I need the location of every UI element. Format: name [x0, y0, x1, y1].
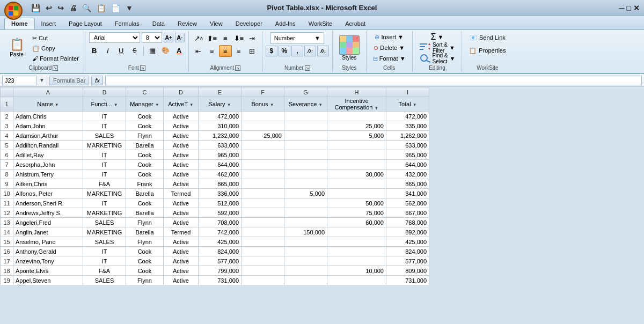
table-cell[interactable]: 335,000: [386, 121, 429, 131]
table-cell[interactable]: [284, 198, 327, 208]
table-cell[interactable]: 633,000: [199, 141, 241, 150]
table-cell[interactable]: Termed: [164, 189, 199, 198]
table-cell[interactable]: IT: [83, 170, 126, 179]
merge-button[interactable]: ⊞: [246, 45, 259, 57]
delete-button[interactable]: ⊖ Delete ▼: [370, 43, 408, 53]
table-cell[interactable]: [241, 237, 284, 247]
table-cell[interactable]: Active: [164, 160, 199, 170]
table-cell[interactable]: Alfonos, Peter: [13, 189, 83, 198]
alignment-expand[interactable]: ↘: [235, 65, 240, 71]
table-cell[interactable]: Cook: [126, 247, 164, 256]
table-cell[interactable]: Active: [164, 112, 199, 121]
col-header-f[interactable]: F: [241, 87, 284, 97]
table-cell[interactable]: 30,000: [327, 170, 386, 179]
table-cell[interactable]: 708,000: [199, 218, 241, 227]
table-cell[interactable]: Termed: [164, 227, 199, 237]
table-cell[interactable]: 425,000: [386, 237, 429, 247]
table-cell[interactable]: 742,000: [199, 227, 241, 237]
salary-filter-arrow[interactable]: ▼: [227, 102, 231, 107]
table-cell[interactable]: Active: [164, 237, 199, 247]
table-cell[interactable]: Aitken,Chris: [13, 179, 83, 189]
header-severance[interactable]: Severance ▼: [284, 97, 327, 112]
header-bonus[interactable]: Bonus ▼: [241, 97, 284, 112]
formula-input[interactable]: [105, 76, 642, 85]
indent-decrease-button[interactable]: ⇤: [192, 45, 205, 57]
copy-button[interactable]: 📋 Copy: [30, 44, 82, 53]
new-btn[interactable]: 📄: [109, 3, 122, 13]
col-header-a[interactable]: A: [13, 87, 83, 97]
table-cell[interactable]: [327, 227, 386, 237]
table-cell[interactable]: F&A: [83, 266, 126, 276]
office-button[interactable]: [4, 2, 23, 20]
table-cell[interactable]: 1,232,000: [199, 131, 241, 141]
table-cell[interactable]: IT: [83, 150, 126, 160]
table-cell[interactable]: 432,000: [386, 170, 429, 179]
table-cell[interactable]: F&A: [83, 179, 126, 189]
table-cell[interactable]: Active: [164, 121, 199, 131]
cell-ref-dropdown-arrow[interactable]: ▼: [39, 77, 45, 83]
table-cell[interactable]: 462,000: [199, 170, 241, 179]
table-cell[interactable]: 799,000: [199, 266, 241, 276]
col-header-c[interactable]: C: [126, 87, 164, 97]
table-cell[interactable]: Barella: [126, 227, 164, 237]
table-cell[interactable]: 336,000: [199, 189, 241, 198]
table-cell[interactable]: Cook: [126, 266, 164, 276]
table-cell[interactable]: Flynn: [126, 218, 164, 227]
col-header-i[interactable]: I: [386, 87, 429, 97]
table-cell[interactable]: Acsorpha,John: [13, 160, 83, 170]
table-cell[interactable]: [284, 218, 327, 227]
increase-decimal-button[interactable]: .0↑: [304, 46, 316, 56]
properties-button[interactable]: 📋 Properties: [465, 45, 509, 56]
table-cell[interactable]: [284, 179, 327, 189]
wrap-text-button[interactable]: ⇥: [246, 32, 259, 44]
table-cell[interactable]: Flynn: [126, 276, 164, 285]
table-cell[interactable]: [284, 160, 327, 170]
header-incentive[interactable]: IncentiveCompensation ▼: [327, 97, 386, 112]
table-cell[interactable]: 310,000: [199, 121, 241, 131]
table-cell[interactable]: [284, 237, 327, 247]
table-cell[interactable]: 425,000: [199, 237, 241, 247]
table-cell[interactable]: 731,000: [386, 276, 429, 285]
print-btn[interactable]: 🖨: [68, 3, 78, 13]
table-cell[interactable]: [241, 198, 284, 208]
italic-button[interactable]: I: [102, 45, 114, 56]
paste-button[interactable]: 📋 Paste: [5, 34, 28, 63]
increase-font-size-button[interactable]: A+: [164, 33, 173, 42]
table-cell[interactable]: Aponte,Elvis: [13, 266, 83, 276]
table-cell[interactable]: [241, 276, 284, 285]
table-cell[interactable]: 472,000: [199, 112, 241, 121]
font-size-selector[interactable]: 8: [142, 32, 162, 43]
tab-data[interactable]: Data: [146, 18, 171, 30]
font-color-button[interactable]: A: [173, 45, 185, 56]
table-cell[interactable]: 667,000: [386, 208, 429, 218]
borders-button[interactable]: ▦: [147, 45, 158, 56]
bottom-align-button[interactable]: ⬇≡: [232, 32, 245, 44]
table-cell[interactable]: 965,000: [386, 150, 429, 160]
currency-button[interactable]: $: [266, 46, 277, 56]
table-cell[interactable]: [241, 266, 284, 276]
table-cell[interactable]: 60,000: [327, 218, 386, 227]
table-cell[interactable]: 824,000: [199, 247, 241, 256]
table-cell[interactable]: Appel,Steven: [13, 276, 83, 285]
table-cell[interactable]: 150,000: [284, 227, 327, 237]
table-cell[interactable]: [241, 141, 284, 150]
tab-page-layout[interactable]: Page Layout: [62, 18, 108, 30]
table-cell[interactable]: Active: [164, 150, 199, 160]
format-painter-button[interactable]: 🖌 Format Painter: [30, 54, 82, 63]
table-cell[interactable]: 892,000: [386, 227, 429, 237]
top-align-button[interactable]: ⬆≡: [206, 32, 218, 44]
table-cell[interactable]: 965,000: [199, 150, 241, 160]
table-cell[interactable]: [284, 150, 327, 160]
table-cell[interactable]: [327, 247, 386, 256]
font-expand[interactable]: ↘: [140, 65, 145, 71]
tab-view[interactable]: View: [203, 18, 229, 30]
table-cell[interactable]: Active: [164, 247, 199, 256]
table-cell[interactable]: [284, 121, 327, 131]
styles-button[interactable]: Styles: [336, 34, 363, 63]
table-cell[interactable]: [284, 247, 327, 256]
tab-worksite[interactable]: WorkSite: [302, 18, 339, 30]
table-cell[interactable]: 50,000: [327, 198, 386, 208]
table-cell[interactable]: [241, 179, 284, 189]
tab-home[interactable]: Home: [4, 18, 35, 30]
sum-button[interactable]: Σ ▼: [428, 32, 447, 42]
